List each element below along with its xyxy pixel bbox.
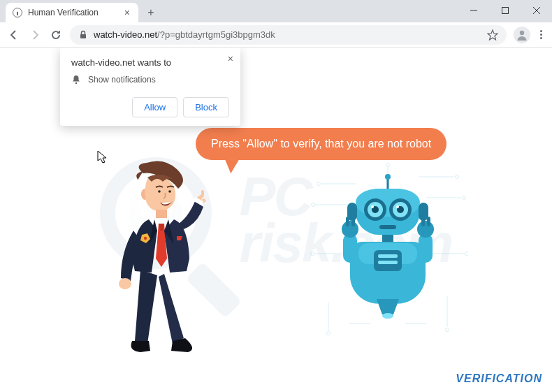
- reload-button[interactable]: [49, 28, 63, 42]
- svg-rect-4: [80, 34, 86, 38]
- url-path: /?p=gbtdayrtgm5gi3bpgm3dk: [157, 29, 275, 40]
- svg-point-8: [158, 190, 161, 193]
- allow-button[interactable]: Allow: [132, 97, 177, 117]
- window-controls: [458, 0, 552, 21]
- forward-button[interactable]: [28, 28, 42, 42]
- svg-rect-10: [156, 210, 167, 218]
- svg-point-12: [119, 278, 131, 289]
- browser-toolbar: watch-video.net/?p=gbtdayrtgm5gi3bpgm3dk: [0, 22, 552, 48]
- browser-tab[interactable]: Human Verification ×: [6, 3, 138, 22]
- svg-point-27: [386, 164, 390, 167]
- svg-point-23: [327, 332, 331, 335]
- url-host: watch-video.net: [94, 29, 157, 40]
- svg-point-31: [465, 252, 469, 256]
- svg-point-25: [446, 328, 449, 332]
- globe-icon: [13, 8, 22, 17]
- bell-icon: [71, 75, 81, 85]
- address-bar[interactable]: watch-video.net/?p=gbtdayrtgm5gi3bpgm3dk: [70, 25, 507, 45]
- svg-rect-13: [201, 190, 204, 197]
- speech-bubble: Press "Allow" to verify, that you are no…: [196, 128, 446, 160]
- notification-prompt: × watch-video.net wants to Show notifica…: [60, 48, 240, 126]
- svg-point-17: [312, 203, 315, 207]
- svg-point-15: [317, 182, 321, 186]
- svg-point-29: [311, 252, 314, 256]
- svg-point-21: [463, 196, 466, 200]
- window-titlebar: Human Verification × +: [0, 0, 552, 22]
- svg-point-11: [144, 237, 147, 240]
- tab-title: Human Verification: [28, 8, 123, 17]
- svg-point-19: [456, 175, 459, 179]
- new-tab-button[interactable]: +: [143, 4, 159, 21]
- close-icon[interactable]: ×: [228, 53, 233, 64]
- robot-illustration: [318, 173, 458, 327]
- man-illustration: [94, 161, 220, 363]
- close-tab-icon[interactable]: ×: [123, 7, 131, 18]
- back-button[interactable]: [7, 28, 21, 42]
- profile-avatar[interactable]: [514, 27, 530, 43]
- verification-label: VERIFICATION: [456, 372, 542, 385]
- page-content: PC risk.com × watch-video.net wants to S…: [0, 48, 552, 392]
- cursor-icon: [97, 150, 108, 164]
- bookmark-star-icon[interactable]: [487, 29, 498, 41]
- svg-point-5: [520, 30, 524, 34]
- block-button[interactable]: Block: [183, 97, 229, 117]
- minimize-button[interactable]: [458, 0, 489, 21]
- maximize-button[interactable]: [489, 0, 521, 21]
- close-window-button[interactable]: [521, 0, 552, 21]
- notification-body: Show notifications: [88, 75, 156, 85]
- url-text: watch-video.net/?p=gbtdayrtgm5gi3bpgm3dk: [94, 29, 275, 40]
- notification-origin: watch-video.net wants to: [71, 57, 229, 68]
- svg-point-9: [168, 190, 171, 193]
- lock-icon: [78, 30, 88, 40]
- menu-button[interactable]: [537, 30, 545, 39]
- svg-rect-1: [502, 8, 508, 14]
- svg-point-6: [75, 82, 78, 85]
